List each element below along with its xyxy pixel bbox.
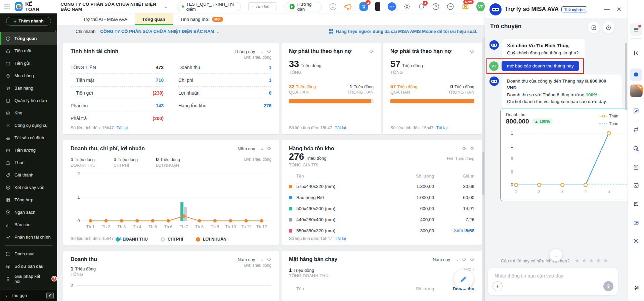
refresh-icon[interactable]: ⟳ [462, 146, 467, 152]
sidebar-item-thue[interactable]: Thuế [0, 156, 57, 169]
refresh-icon[interactable]: ⟳ [462, 256, 467, 262]
sidebar-item-kho[interactable]: Kho [0, 107, 57, 119]
tab-new-features[interactable]: Tính năng mớiMới [173, 13, 230, 25]
finance-row[interactable]: Tiền gửi(238) [71, 87, 164, 99]
period-select[interactable]: Năm nay [238, 146, 255, 151]
collapse-panel-icon[interactable] [630, 47, 642, 59]
sidebar-item-phan-tich-tai-chinh[interactable]: Phân tích tài chính [0, 231, 57, 243]
messenger-icon[interactable]: ••• [388, 2, 396, 11]
quick-actions-icon[interactable] [630, 282, 642, 294]
inventory-row[interactable]: 575x440x220 (mm)1.300,0030,69 [289, 181, 474, 192]
more-options-icon[interactable] [447, 3, 454, 10]
refresh-icon[interactable]: ⟳ [267, 48, 271, 54]
legend-item[interactable]: LỢI NHUẬN [196, 237, 226, 242]
reload-link[interactable]: Tải lại [117, 126, 128, 130]
reload-link[interactable]: Tải lại [436, 126, 447, 130]
finance-row[interactable]: Lợi nhuận0 [178, 87, 271, 99]
app-grid-icon[interactable] [4, 4, 10, 10]
guide-button[interactable]: Hướng dẫn [285, 2, 322, 11]
tab-overview[interactable]: Tổng quan [135, 13, 173, 25]
user-avatar[interactable]: VT [476, 2, 485, 11]
app-logo-icon[interactable] [15, 2, 23, 11]
legend-item[interactable]: CHI PHÍ [161, 237, 183, 242]
inventory-row[interactable]: Sầu riêng Ri61.000,0060,00 [289, 192, 474, 203]
reload-link[interactable]: Tải lại [335, 236, 346, 241]
megaphone-icon[interactable] [344, 3, 352, 10]
star-icon[interactable]: ★ [574, 257, 582, 264]
inventory-row[interactable]: 440x280x400 (mm)400,007,26 [289, 214, 474, 225]
reload-link[interactable]: Tải lại [335, 126, 346, 130]
chat-search-icon[interactable] [630, 142, 642, 155]
settings-gear-icon[interactable] [403, 3, 411, 10]
dictionary-icon[interactable] [630, 198, 642, 210]
sidebar-item-tien-gui[interactable]: Tiền gửi [0, 57, 57, 69]
microphone-icon[interactable] [603, 281, 613, 291]
search-input[interactable] [255, 4, 273, 9]
settings-icon[interactable] [630, 235, 642, 247]
finance-row[interactable]: Tiền mặt710 [71, 74, 164, 87]
sidebar-item-ngan-sach[interactable]: Ngân sách [0, 206, 57, 218]
rating-stars[interactable]: ★★★★★ [574, 257, 610, 264]
star-icon[interactable]: ★ [589, 257, 596, 264]
document-icon[interactable] [630, 161, 642, 173]
sidebar-item-ket-noi-vay-von[interactable]: Kết nối vay vốn [0, 181, 57, 194]
environment-pill[interactable]: TEST_QUY_TRINH_Thí điểm [177, 2, 241, 11]
sidebar-item-tong-hop[interactable]: Tổng hợp [0, 194, 57, 206]
period-select[interactable]: Năm nay [433, 257, 450, 262]
reload-link[interactable]: Tải lại [117, 236, 128, 241]
refresh-icon[interactable]: ⟳ [369, 48, 374, 54]
whats-new-map-icon[interactable]: New [461, 3, 470, 10]
period-select[interactable]: Tháng này [234, 49, 255, 54]
sidebar-item-quan-ly-hoa-don[interactable]: Quản lý hóa đơn [0, 94, 57, 107]
store-cart-icon[interactable]: 2 [359, 2, 368, 11]
branch-select[interactable]: CÔNG TY CỔ PHẦN SỬA CHỮA NHIỆT ĐIỆN BẮC … [100, 29, 214, 34]
hamburger-menu-icon[interactable] [630, 23, 642, 36]
collapse-sidebar-button[interactable]: ‹ Thu gọn [0, 290, 57, 301]
inventory-row[interactable]: 500x490x200 (mm)600,0014,91 [289, 203, 474, 214]
compose-icon[interactable] [630, 105, 642, 117]
gear-icon[interactable]: ⚙ [470, 146, 474, 152]
sidebar-item-mua-hang[interactable]: Mua hàng [0, 69, 57, 82]
mobile-promo-banner[interactable]: Hàng triệu người dùng đã cài MISA AMIS M… [329, 29, 477, 34]
gear-icon[interactable]: ⚙ [470, 256, 474, 262]
tab-ai-assistant[interactable]: Trợ thủ AI - MISA AVA [76, 13, 135, 25]
chevron-down-icon[interactable]: ⌄ [260, 257, 264, 262]
main-scrollbar[interactable] [482, 38, 485, 301]
download-icon[interactable] [329, 3, 337, 10]
sidebar-item-ban-hang[interactable]: Bán hàng [0, 82, 57, 94]
refresh-icon[interactable]: ⟳ [267, 256, 271, 262]
star-icon[interactable]: ★ [596, 257, 603, 264]
translate-icon[interactable] [630, 123, 642, 136]
mobile-app-icon[interactable] [375, 2, 380, 11]
sidebar-item-gia-thanh[interactable]: Giá thành [0, 169, 57, 181]
scroll-down-button[interactable]: ↓ [550, 249, 562, 261]
sidebar-item-cong-cu-dung-cu[interactable]: Công cụ dụng cụ [0, 119, 57, 132]
notifications-bell-icon[interactable]: 4 [418, 3, 425, 10]
period-select[interactable]: Năm nay [238, 257, 255, 262]
finance-row[interactable]: Doanh thu1 [178, 61, 271, 74]
finance-row[interactable]: Phải thu143 [71, 99, 164, 112]
refresh-icon[interactable]: ⟳ [470, 48, 474, 54]
finance-row[interactable]: Chi phí1 [178, 74, 271, 87]
close-icon[interactable]: ✕ [616, 6, 621, 13]
sidebar-item-tong-quan[interactable]: Tổng quan [0, 32, 57, 45]
edit-menu-icon[interactable] [46, 292, 54, 299]
history-button[interactable] [602, 21, 614, 34]
sidebar-item-giai-phap-ket-noi[interactable]: Giải pháp kết nối7 [0, 272, 57, 285]
minimize-icon[interactable]: — [604, 6, 610, 13]
panel-scrollbar[interactable] [625, 43, 627, 110]
assistant-avatar[interactable]: Mới [630, 85, 643, 97]
edit-dashboard-fab[interactable] [454, 269, 473, 289]
new-chat-button[interactable] [588, 21, 600, 34]
finance-row[interactable]: TỔNG TIỀN472 [71, 61, 164, 74]
star-icon[interactable]: ★ [603, 257, 610, 264]
attach-icon[interactable]: + [492, 281, 503, 291]
chevron-down-icon[interactable]: ⌄ [260, 146, 264, 151]
sidebar-item-so-du-ban-dau[interactable]: Số dư ban đầu [0, 260, 57, 272]
legal-book-icon[interactable] [630, 217, 642, 229]
refresh-icon[interactable]: ⟳ [267, 146, 271, 152]
chevron-down-icon[interactable]: ⌄ [260, 49, 264, 54]
sidebar-item-tien-mat[interactable]: Tiền mặt [0, 45, 57, 57]
chevron-down-icon[interactable]: ⌄ [164, 4, 167, 9]
quick-add-button[interactable]: +Thêm nhanh [6, 17, 51, 26]
